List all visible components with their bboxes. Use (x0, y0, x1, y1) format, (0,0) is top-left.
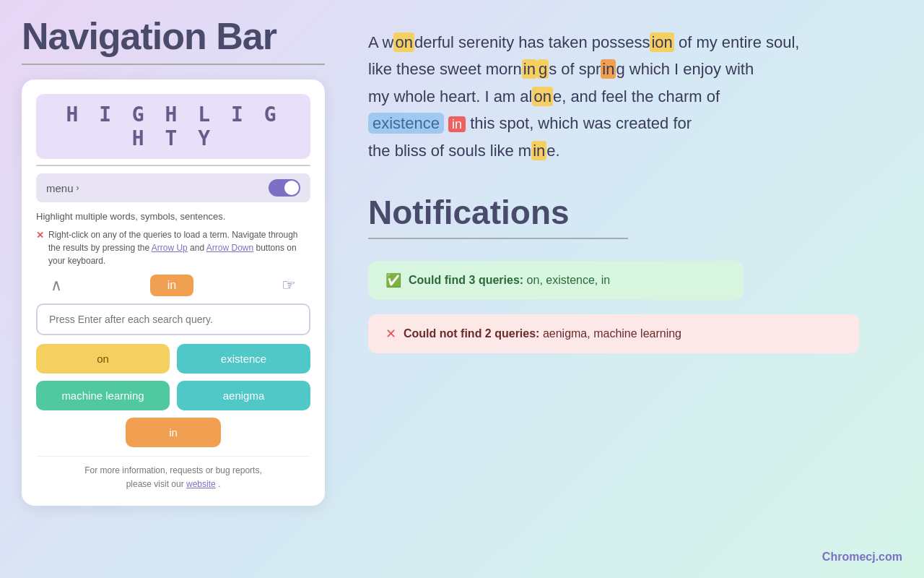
current-badge[interactable]: in (150, 275, 193, 296)
highlight-on-possession: ion (650, 33, 674, 52)
logo-text: H I G H L I G H T Y (51, 103, 296, 150)
page-title: Navigation Bar (22, 14, 310, 58)
tag-aenigma[interactable]: aenigma (177, 381, 310, 410)
highlight-on-mine: in (531, 141, 546, 160)
tag-in-row: in (36, 418, 310, 447)
notifications-section: Notifications ✅ Could find 3 queries: on… (368, 193, 888, 353)
success-prefix: Could find 3 queries: (409, 274, 523, 286)
check-icon: ✅ (385, 272, 401, 288)
arrow-down-link[interactable]: Arrow Down (206, 243, 253, 253)
logo-underline (36, 165, 310, 166)
x-icon: ✕ (36, 228, 44, 243)
search-input[interactable] (36, 303, 310, 335)
error-values: aenigma, machine learning (543, 327, 681, 340)
search-input-container (36, 303, 310, 335)
error-prefix: Could not find 2 queries: (404, 327, 539, 340)
notif-underline (368, 238, 628, 239)
highlight-existence: existence (368, 113, 444, 134)
plugin-card: H I G H L I G H T Y menu › Highlight mul… (22, 79, 325, 506)
menu-label: menu › (46, 182, 79, 194)
menu-toggle[interactable] (269, 179, 300, 197)
highlight-in-badge: in (448, 116, 466, 132)
prev-arrow[interactable]: ∧ (51, 276, 62, 295)
arrow-up-link[interactable]: Arrow Up (152, 243, 188, 253)
highlight-orange-spring: in (601, 59, 616, 79)
tag-in[interactable]: in (126, 418, 221, 447)
cursor-icon: ☞ (282, 276, 296, 295)
tag-machine-learning[interactable]: machine learning (36, 381, 170, 410)
notifications-title: Notifications (368, 193, 888, 232)
brand-watermark: Chromecj.com (822, 551, 902, 564)
chevron-icon: › (77, 183, 79, 193)
left-panel: Navigation Bar H I G H L I G H T Y menu … (0, 0, 332, 520)
notif-error: ✕ Could not find 2 queries: aenigma, mac… (368, 314, 859, 353)
highlight-on-mornings2: g (537, 59, 549, 79)
tags-grid: on existence machine learning aenigma (36, 344, 310, 410)
nav-row: ∧ in ☞ (36, 275, 310, 296)
error-x-icon: ✕ (385, 326, 396, 342)
logo-container: H I G H L I G H T Y (36, 94, 310, 159)
success-values: on, existence, in (527, 274, 611, 286)
error-line: ✕ Right-click on any of the queries to l… (36, 228, 310, 267)
menu-row[interactable]: menu › (36, 173, 310, 202)
tag-existence[interactable]: existence (177, 344, 310, 374)
tag-on[interactable]: on (36, 344, 170, 374)
highlight-on-wonderful: on (393, 33, 414, 52)
website-link[interactable]: website (186, 479, 216, 489)
notif-success: ✅ Could find 3 queries: on, existence, i… (368, 261, 744, 300)
title-underline (22, 64, 325, 65)
highlight-on-alone: on (532, 87, 552, 106)
description-text: Highlight multiple words, symbols, sente… (36, 210, 310, 224)
text-passage: A wonderful serenity has taken possessio… (368, 29, 888, 164)
right-panel: A wonderful serenity has taken possessio… (332, 0, 924, 382)
highlight-on-mornings: in (522, 59, 537, 79)
card-footer: For more information, requests or bug re… (36, 456, 310, 491)
